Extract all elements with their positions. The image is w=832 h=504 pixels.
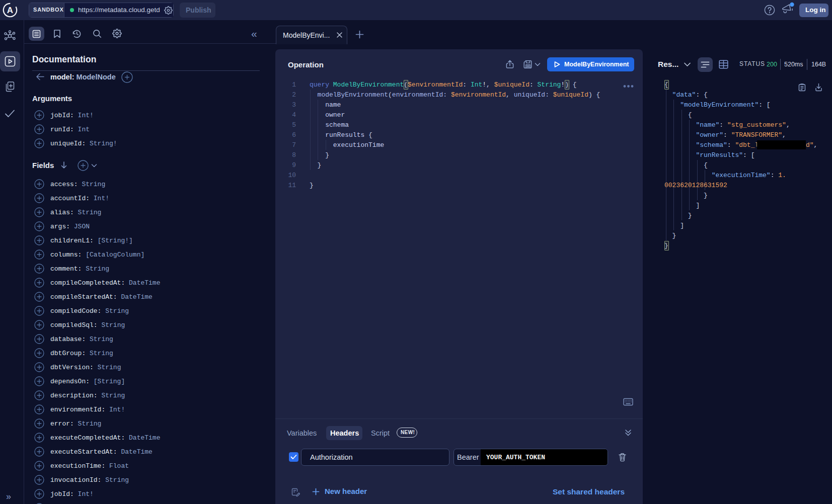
- svg-text:A: A: [7, 6, 13, 15]
